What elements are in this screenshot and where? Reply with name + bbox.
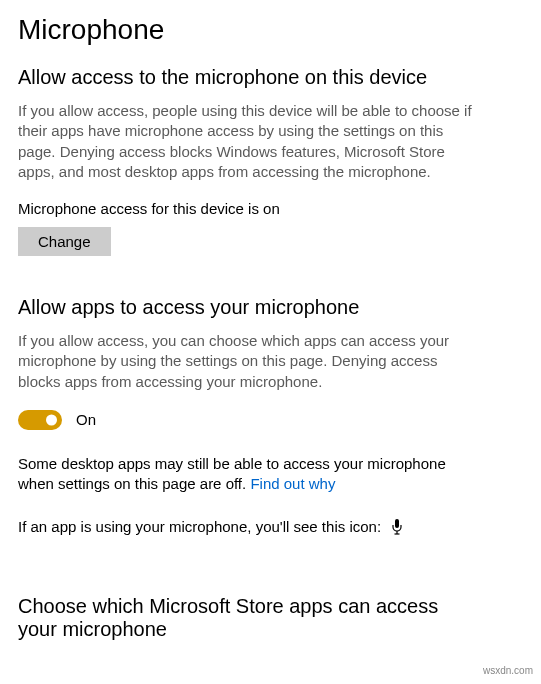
- page-title: Microphone: [18, 14, 523, 46]
- section-header-store-apps: Choose which Microsoft Store apps can ac…: [18, 595, 448, 641]
- watermark: wsxdn.com: [483, 665, 533, 676]
- section-header-apps-access: Allow apps to access your microphone: [18, 296, 523, 319]
- change-button[interactable]: Change: [18, 227, 111, 256]
- apps-access-toggle[interactable]: [18, 410, 62, 430]
- microphone-icon: [391, 519, 403, 535]
- desktop-apps-note-text: Some desktop apps may still be able to a…: [18, 455, 446, 492]
- device-access-description: If you allow access, people using this d…: [18, 101, 472, 182]
- device-access-status: Microphone access for this device is on: [18, 200, 523, 217]
- apps-access-toggle-row: On: [18, 410, 523, 430]
- mic-usage-indicator-text: If an app is using your microphone, you'…: [18, 518, 381, 535]
- apps-access-description: If you allow access, you can choose whic…: [18, 331, 472, 392]
- apps-access-toggle-label: On: [76, 411, 96, 428]
- desktop-apps-note: Some desktop apps may still be able to a…: [18, 454, 458, 495]
- section-header-device-access: Allow access to the microphone on this d…: [18, 66, 523, 89]
- mic-usage-indicator-line: If an app is using your microphone, you'…: [18, 518, 523, 535]
- find-out-why-link[interactable]: Find out why: [250, 475, 335, 492]
- svg-rect-0: [395, 519, 399, 528]
